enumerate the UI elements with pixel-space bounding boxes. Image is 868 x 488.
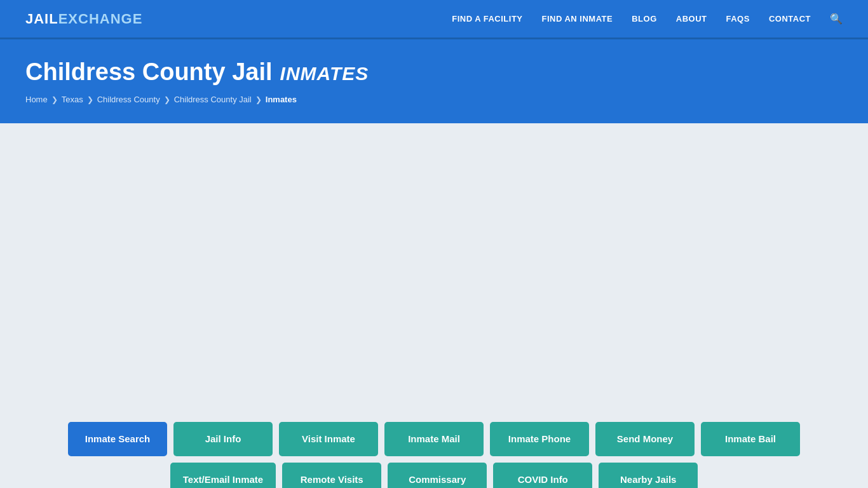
nav-find-inmate[interactable]: FIND AN INMATE	[542, 14, 613, 24]
page-title-sub: INMATES	[280, 63, 369, 85]
nav-faqs[interactable]: FAQs	[726, 14, 750, 24]
site-header: JAIL EXCHANGE FIND A FACILITY FIND AN IN…	[0, 0, 868, 39]
breadcrumb-home[interactable]: Home	[25, 95, 48, 104]
breadcrumb-jail[interactable]: Childress County Jail	[174, 95, 252, 104]
breadcrumb-county[interactable]: Childress County	[97, 95, 160, 104]
search-icon[interactable]: 🔍	[830, 13, 843, 25]
logo-exchange-text: EXCHANGE	[58, 11, 143, 27]
nav-find-facility[interactable]: FIND A FACILITY	[452, 14, 522, 24]
covid-info-button[interactable]: COVID Info	[493, 463, 592, 488]
visit-inmate-button[interactable]: Visit Inmate	[279, 422, 378, 456]
breadcrumb-inmates: Inmates	[266, 95, 297, 104]
nav-contact[interactable]: CONTACT	[769, 14, 811, 24]
breadcrumb-sep-4: ❯	[255, 95, 262, 104]
hero-section: Childress County Jail INMATES Home ❯ Tex…	[0, 39, 868, 123]
nav-about[interactable]: ABOUT	[676, 14, 707, 24]
remote-visits-button[interactable]: Remote Visits	[282, 463, 381, 488]
breadcrumb-sep-2: ❯	[87, 95, 93, 104]
breadcrumb-sep-3: ❯	[164, 95, 170, 104]
inmate-phone-button[interactable]: Inmate Phone	[490, 422, 589, 456]
logo-jail-text: JAIL	[25, 11, 58, 27]
nav-blog[interactable]: BLOG	[632, 14, 657, 24]
jail-info-button[interactable]: Jail Info	[173, 422, 273, 456]
site-logo[interactable]: JAIL EXCHANGE	[25, 11, 142, 27]
commissary-button[interactable]: Commissary	[388, 463, 487, 488]
buttons-row-1: Inmate Search Jail Info Visit Inmate Inm…	[68, 422, 800, 456]
inmate-mail-button[interactable]: Inmate Mail	[384, 422, 484, 456]
main-content	[0, 123, 868, 409]
main-nav: FIND A FACILITY FIND AN INMATE BLOG ABOU…	[452, 13, 843, 25]
inmate-search-button[interactable]: Inmate Search	[68, 422, 167, 456]
inmate-bail-button[interactable]: Inmate Bail	[701, 422, 800, 456]
breadcrumb-sep-1: ❯	[51, 95, 58, 104]
buttons-section: Inmate Search Jail Info Visit Inmate Inm…	[0, 409, 868, 488]
text-email-inmate-button[interactable]: Text/Email Inmate	[170, 463, 276, 488]
nearby-jails-button[interactable]: Nearby Jails	[599, 463, 698, 488]
buttons-row-2: Text/Email Inmate Remote Visits Commissa…	[170, 463, 698, 488]
page-title-main: Childress County Jail	[25, 58, 273, 86]
send-money-button[interactable]: Send Money	[595, 422, 695, 456]
page-title: Childress County Jail INMATES	[25, 58, 843, 86]
breadcrumb: Home ❯ Texas ❯ Childress County ❯ Childr…	[25, 95, 843, 104]
breadcrumb-texas[interactable]: Texas	[62, 95, 83, 104]
